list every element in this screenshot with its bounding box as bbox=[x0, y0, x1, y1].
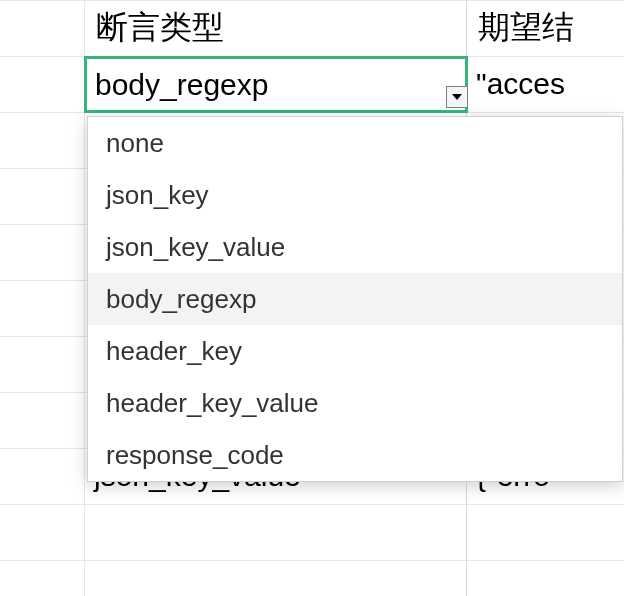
active-cell-value: body_regexp bbox=[95, 68, 268, 102]
dropdown-option-header-key-value[interactable]: header_key_value bbox=[88, 377, 622, 429]
dropdown-option-header-key[interactable]: header_key bbox=[88, 325, 622, 377]
grid-line bbox=[0, 504, 624, 505]
active-cell-assert-type[interactable]: body_regexp bbox=[84, 56, 468, 113]
cell-expect-active-row[interactable]: "acces bbox=[468, 56, 624, 112]
dropdown-toggle-button[interactable] bbox=[446, 86, 468, 108]
dropdown-option-response-code[interactable]: response_code bbox=[88, 429, 622, 481]
svg-marker-0 bbox=[452, 94, 462, 100]
assert-type-dropdown[interactable]: none json_key json_key_value body_regexp… bbox=[87, 116, 623, 482]
spreadsheet: 断言类型 期望结 json_key_value {"erro "acces bo… bbox=[0, 0, 624, 596]
dropdown-option-body-regexp[interactable]: body_regexp bbox=[88, 273, 622, 325]
column-header-expect[interactable]: 期望结 bbox=[468, 0, 624, 56]
chevron-down-icon bbox=[452, 94, 462, 100]
dropdown-option-json-key[interactable]: json_key bbox=[88, 169, 622, 221]
dropdown-option-json-key-value[interactable]: json_key_value bbox=[88, 221, 622, 273]
grid-line bbox=[0, 560, 624, 561]
dropdown-option-none[interactable]: none bbox=[88, 117, 622, 169]
column-header-assert-type[interactable]: 断言类型 bbox=[86, 0, 464, 56]
